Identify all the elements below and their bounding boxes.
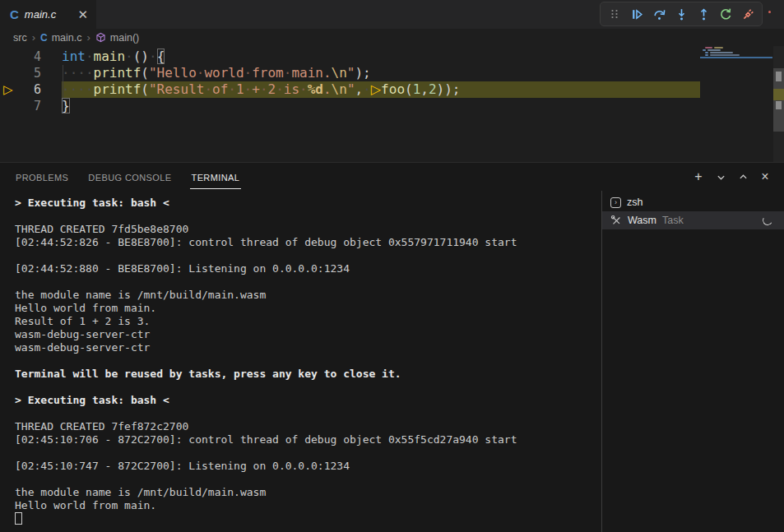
code-token: · — [197, 65, 205, 81]
code-token: main. — [291, 65, 331, 81]
terminal-icon: › — [610, 197, 621, 208]
breadcrumb: src › C main.c › main() — [0, 29, 784, 46]
code-token: · — [284, 65, 292, 81]
new-terminal-icon[interactable]: + — [691, 169, 706, 184]
debug-toolbar — [600, 2, 763, 26]
step-into-icon[interactable] — [674, 7, 689, 21]
breadcrumb-label: src — [13, 32, 27, 44]
terminal-line — [15, 210, 601, 223]
code-token: · — [244, 81, 253, 97]
terminal-line — [15, 354, 601, 368]
terminal-line — [15, 473, 601, 486]
red-dot-indicator — [768, 11, 771, 13]
task-running-spinner — [762, 215, 774, 227]
terminal-line: wasm-debug-server-ctr — [15, 328, 601, 341]
terminal-line — [15, 446, 601, 460]
code-token: of — [212, 81, 228, 97]
terminal-line: THREAD CREATED 7fef872c2700 — [15, 420, 601, 433]
code-token: ); — [355, 65, 370, 81]
close-panel-icon[interactable]: × — [758, 169, 772, 184]
code-token: ( — [141, 65, 149, 81]
breadcrumb-separator-icon: › — [87, 31, 90, 44]
code-token: · — [260, 81, 268, 97]
code-token: , — [420, 81, 429, 97]
line-content: ····printf("Result·of·1·+·2·is·%d.\n",·▷… — [62, 81, 460, 98]
terminal-line: Result of 1 + 2 is 3. — [15, 315, 601, 328]
step-out-icon[interactable] — [696, 7, 711, 21]
breadcrumb-label: main.c — [52, 32, 82, 44]
breadcrumb-main-c[interactable]: C main.c — [40, 32, 82, 44]
tab-problems[interactable]: PROBLEMS — [14, 165, 70, 189]
code-token: 1 — [413, 81, 421, 97]
code-token: + — [252, 81, 260, 97]
code-token: · — [149, 49, 157, 64]
terminal-line: Hello world from main. — [15, 499, 601, 512]
toolbar-gripper-icon[interactable] — [607, 7, 622, 21]
code-token: " — [347, 81, 355, 97]
terminal-line: THREAD CREATED 7fd5be8e8700 — [15, 223, 601, 236]
terminal-output[interactable]: > Executing task: bash < THREAD CREATED … — [0, 191, 601, 532]
step-over-icon[interactable] — [652, 7, 666, 21]
minimap-decoration-line — [700, 57, 772, 58]
overview-ruler-mark — [776, 72, 782, 81]
code-token: · — [228, 81, 236, 97]
terminal-name: zsh — [627, 197, 643, 208]
code-token: foo — [381, 81, 405, 97]
breadcrumb-src[interactable]: src — [13, 32, 27, 44]
code-token: · — [299, 81, 308, 97]
code-line[interactable]: 4int·main·()·{ — [0, 49, 773, 65]
code-token: is — [284, 81, 299, 97]
code-token: · — [204, 81, 212, 97]
terminal-type-badge: Task — [662, 215, 684, 226]
terminal-line — [15, 407, 601, 420]
tab-terminal[interactable]: TERMINAL — [190, 165, 242, 189]
code-lines: 4int·main·()·{5····printf("Hello·world·f… — [0, 49, 773, 114]
terminal-list-item-zsh[interactable]: › zsh — [602, 193, 784, 211]
editor-scrollbar[interactable] — [773, 46, 784, 162]
code-editor[interactable]: ▷ 4int·main·()·{5····printf("Hello·world… — [0, 46, 784, 162]
code-token: main — [94, 49, 126, 64]
disconnect-icon[interactable] — [740, 7, 755, 21]
terminal-line: [02:44:52:880 - BE8E8700]: Listening on … — [15, 262, 601, 275]
line-number[interactable]: 4 — [0, 49, 41, 65]
overview-ruler-current-line-mark — [773, 89, 784, 100]
code-token: ( — [405, 81, 413, 97]
close-tab-icon[interactable]: ✕ — [77, 8, 88, 21]
restart-icon[interactable] — [718, 7, 733, 21]
code-token: 1 — [236, 81, 244, 97]
minimap[interactable] — [700, 47, 772, 57]
code-line[interactable]: 6····printf("Result·of·1·+·2·is·%d.\n",·… — [0, 81, 773, 98]
code-token: \n — [332, 81, 347, 97]
terminal-line — [15, 249, 601, 262]
breadcrumb-main-symbol[interactable]: main() — [95, 32, 139, 44]
code-token: from — [252, 65, 284, 81]
code-token: · — [244, 65, 253, 81]
code-line[interactable]: 7} — [0, 98, 773, 114]
terminal-line: [02:44:52:826 - BE8E8700]: control threa… — [15, 236, 601, 249]
terminal-line — [15, 381, 601, 394]
continue-icon[interactable] — [629, 7, 644, 21]
code-token: 2 — [268, 81, 276, 97]
inline-debug-play-icon: ▷ — [371, 81, 381, 97]
editor-tab-main-c[interactable]: C main.c ✕ — [0, 0, 96, 29]
terminal-line: wasm-debug-server-ctr — [15, 341, 601, 354]
terminal-cursor — [15, 512, 22, 525]
code-token: printf — [94, 65, 141, 81]
tab-debug-console[interactable]: DEBUG CONSOLE — [86, 165, 173, 189]
breadcrumb-separator-icon: › — [32, 31, 35, 44]
chevron-up-icon[interactable] — [735, 169, 750, 184]
overview-ruler-mark — [776, 101, 782, 109]
terminal-list-item-wasm-task[interactable]: Wasm Task — [602, 211, 784, 229]
code-token: · — [86, 49, 94, 64]
terminal-line: the module name is /mnt/build/main.wasm — [15, 289, 601, 302]
line-number[interactable]: 6 — [0, 81, 41, 98]
tools-icon — [610, 215, 622, 226]
code-token: %d — [308, 81, 323, 97]
chevron-down-icon[interactable] — [713, 169, 728, 184]
line-content: int·main·()·{ — [62, 49, 165, 65]
line-number[interactable]: 7 — [0, 98, 41, 114]
terminal-line: > Executing task: bash < — [15, 197, 601, 210]
code-token: · — [276, 81, 284, 97]
line-number[interactable]: 5 — [0, 65, 41, 81]
code-line[interactable]: 5····printf("Hello·world·from·main.\n"); — [0, 65, 773, 81]
